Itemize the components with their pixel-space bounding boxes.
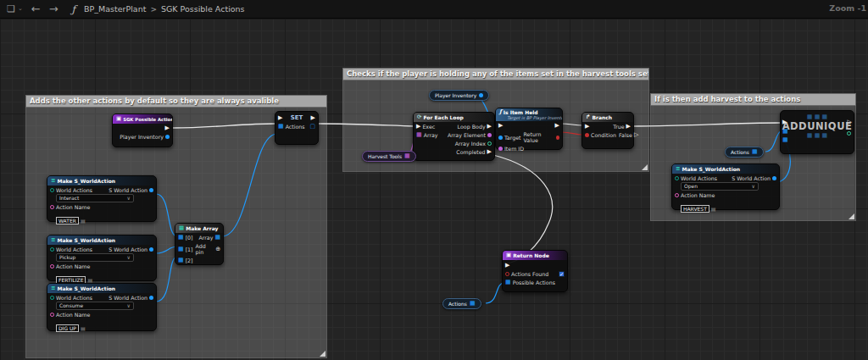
node-branch[interactable]: ↱ Branch ▶ True ▶ Condition False ▷ <box>581 112 634 149</box>
exec-out-pin[interactable]: ▶ <box>487 124 492 130</box>
variable-actions[interactable]: Actions ▦ <box>725 147 764 158</box>
possible-actions-pin[interactable]: ▦ <box>505 280 511 285</box>
enum-pin[interactable] <box>50 247 54 252</box>
array-out-pin[interactable]: ▦ <box>404 153 410 159</box>
back-arrow-icon[interactable]: ← <box>31 3 41 14</box>
struct-out-pin[interactable] <box>149 188 153 192</box>
array-out-pin[interactable]: ▦ <box>214 235 220 241</box>
node-make-worldaction-harvest[interactable]: ≡ Make S_WorldAction World Actions S Wor… <box>671 163 780 210</box>
item-id-pin[interactable] <box>498 147 503 151</box>
exec-out-pin[interactable]: ▶ <box>165 125 170 131</box>
enum-pin[interactable] <box>50 188 54 192</box>
name-text-field[interactable]: DIG UP <box>56 324 79 332</box>
pin-label: Actions Found <box>511 271 548 277</box>
node-for-each-loop[interactable]: ⟳ For Each Loop ▶ Exec Loop Body ▶ ▦ Arr… <box>413 112 495 161</box>
object-out-pin[interactable] <box>479 93 483 97</box>
enum-pin[interactable] <box>675 176 679 180</box>
enum-dropdown[interactable]: Consume∨ <box>56 302 134 310</box>
pin-label: Array Index <box>455 141 486 147</box>
struct-out-pin[interactable] <box>149 247 153 252</box>
node-add-unique[interactable]: ▶ ▦ ▦ ▷ ▦ ▦ ▦ ADDUNIQUE ▦ ▦ ▦ <box>780 110 854 154</box>
pin-label: S World Action <box>108 246 147 252</box>
comment-resize-handle[interactable] <box>320 351 326 357</box>
add-pin-icon[interactable]: ⊕ <box>215 246 220 252</box>
exec-out-pin[interactable]: ▶ <box>555 123 559 129</box>
bookmark-icon[interactable]: ❏ <box>7 4 15 14</box>
text-options-icon[interactable]: ▤ <box>711 206 716 212</box>
pin-label: Array <box>424 132 438 138</box>
comment-resize-handle[interactable] <box>849 213 854 219</box>
actions-found-checkbox[interactable]: ✓ <box>559 271 565 277</box>
comment-resize-handle[interactable] <box>642 164 648 170</box>
node-make-array[interactable]: ▦ Make Array ▦ [0] Array ▦ ▦ [1] Add pin… <box>175 223 224 265</box>
node-return[interactable]: ▣ Return Node ▶ Actions Found ✓ ▦ Possib… <box>502 250 568 292</box>
variable-harvest-tools[interactable]: Harvest Tools ▦ <box>362 151 416 162</box>
node-set-actions[interactable]: ▶ SET ▶ ▦ Actions ▢ <box>275 111 319 145</box>
completed-exec-pin[interactable]: ▶ <box>487 149 492 155</box>
enum-dropdown[interactable]: Pickup∨ <box>56 253 134 262</box>
exec-in-pin[interactable]: ▶ <box>505 263 509 269</box>
index-out-pin[interactable] <box>487 141 492 146</box>
function-icon: ƒ <box>499 109 502 115</box>
name-text-field[interactable]: WATER <box>56 217 79 224</box>
target-pin[interactable] <box>498 136 503 140</box>
text-options-icon[interactable]: ▤ <box>81 325 86 331</box>
struct-out-pin[interactable] <box>772 176 776 180</box>
pin-label: Target <box>504 135 520 141</box>
node-make-worldaction-digup[interactable]: ≡ Make S_WorldAction World Actions S Wor… <box>47 283 157 331</box>
false-exec-pin[interactable]: ▷ <box>634 132 638 138</box>
true-exec-pin[interactable]: ▶ <box>626 124 631 130</box>
array-item-pin[interactable]: ▦ <box>178 258 184 263</box>
exec-out-pin[interactable]: ▶ <box>311 115 315 121</box>
breadcrumb-parent[interactable]: BP_MasterPlant <box>84 4 146 14</box>
variable-player-inventory[interactable]: Player Inventory <box>429 90 489 101</box>
array-item-pin[interactable]: ▦ <box>178 235 184 241</box>
pin-label: False <box>619 132 632 138</box>
exec-in-pin[interactable]: ▶ <box>416 124 420 130</box>
breadcrumb-current[interactable]: SGK Possible Actions <box>161 4 245 14</box>
text-options-icon[interactable]: ▤ <box>87 277 92 283</box>
name-text-field[interactable]: HARVEST <box>681 205 709 213</box>
exec-in-pin[interactable]: ▶ <box>278 115 282 121</box>
comment-header[interactable]: Checks if the player is holding any of t… <box>342 68 649 80</box>
array-item-pin[interactable]: ▦ <box>178 246 184 252</box>
variable-actions[interactable]: Actions ▦ <box>442 298 481 309</box>
array-in-pin[interactable]: ▦ <box>416 132 422 138</box>
pin-label: [0] <box>186 235 193 241</box>
return-value-pin[interactable] <box>556 136 559 140</box>
name-pin[interactable] <box>50 205 54 209</box>
array-pin[interactable]: ▦ <box>278 124 284 130</box>
pin-label: Return Value <box>523 131 554 143</box>
pin-label: Actions <box>286 124 305 130</box>
enum-pin[interactable] <box>50 296 54 300</box>
name-pin[interactable] <box>675 193 679 197</box>
exec-in-pin[interactable]: ▶ <box>498 123 503 129</box>
exec-out-pin[interactable]: ▷ <box>848 119 852 125</box>
actions-found-pin[interactable] <box>505 272 509 276</box>
node-event-sgk-possible-actions[interactable]: ▣ SGK Possible Actions ▶ Player Inventor… <box>112 114 173 147</box>
name-pin[interactable] <box>50 264 54 269</box>
object-pin[interactable] <box>165 135 170 139</box>
exec-in-pin[interactable]: ▶ <box>782 119 787 125</box>
node-title: Make Array <box>186 225 218 231</box>
condition-pin[interactable] <box>585 133 589 137</box>
comment-header[interactable]: If is then add harvest to the actions <box>650 93 856 106</box>
enum-dropdown[interactable]: Open∨ <box>681 182 759 191</box>
node-is-item-held[interactable]: ƒ Is Item Held Target is BP Player Inven… <box>495 108 563 150</box>
text-options-icon[interactable]: ▤ <box>81 218 86 224</box>
array-out-pin[interactable]: ▦ <box>752 149 758 155</box>
comment-header[interactable]: Adds the other actions by default so the… <box>25 95 327 108</box>
enum-dropdown[interactable]: Interact∨ <box>56 194 134 202</box>
node-make-worldaction-fertilize[interactable]: ≡ Make S_WorldAction World Actions S Wor… <box>47 235 157 281</box>
node-title: Branch <box>592 114 612 120</box>
chevron-down-icon[interactable]: ⌄ <box>18 6 23 12</box>
exec-in-pin[interactable]: ▶ <box>585 124 589 130</box>
name-pin[interactable] <box>50 313 54 317</box>
struct-out-pin[interactable] <box>149 296 153 300</box>
array-out-pin[interactable]: ▢ <box>309 124 315 130</box>
element-out-pin[interactable] <box>487 133 492 137</box>
pin-label: Array Element <box>448 132 486 138</box>
forward-arrow-icon[interactable]: → <box>49 3 58 14</box>
node-make-worldaction-water[interactable]: ≡ Make S_WorldAction World Actions S Wor… <box>47 175 157 222</box>
array-out-pin[interactable]: ▦ <box>470 301 476 307</box>
